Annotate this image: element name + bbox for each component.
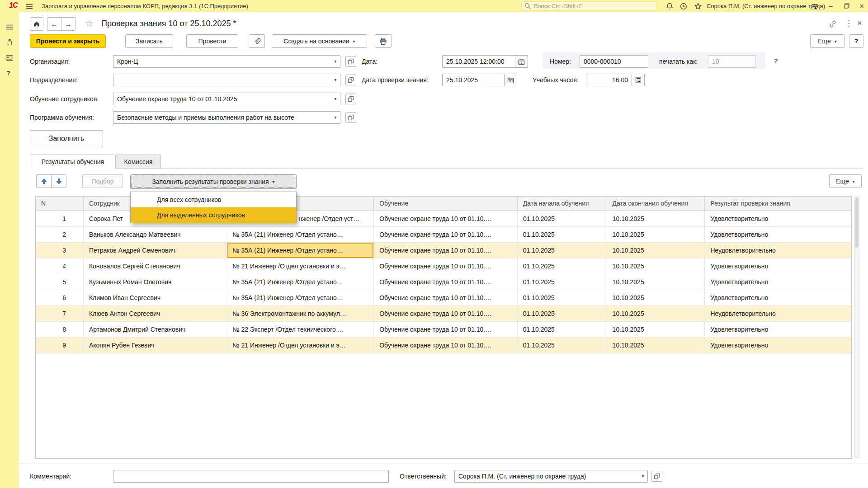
attachments-button[interactable] bbox=[249, 34, 265, 48]
cell-training[interactable]: Обучение охране труда 10 от 01.10.… bbox=[374, 227, 518, 242]
cell-start[interactable]: 01.10.2025 bbox=[518, 211, 607, 226]
close-window-button[interactable]: × bbox=[857, 2, 866, 11]
cell-position[interactable]: № 22 Эксперт /Отдел технического … bbox=[227, 322, 374, 337]
department-open-button[interactable] bbox=[345, 75, 356, 85]
column-header[interactable]: Дата окончания обучения bbox=[607, 197, 705, 211]
cell-employee[interactable]: Клюев Антон Сергеевич bbox=[84, 306, 227, 321]
fill-results-button[interactable]: Заполнить результаты проверки знания ▾ bbox=[130, 174, 297, 189]
check-date-field[interactable]: 25.10.2025 bbox=[442, 74, 517, 86]
column-header[interactable]: Результат проверки знания bbox=[705, 197, 851, 211]
favorites-star-icon[interactable] bbox=[694, 2, 702, 10]
table-row[interactable]: 7Клюев Антон Сергеевич№ 36 Электромонтаж… bbox=[36, 306, 851, 322]
cell-n[interactable]: 6 bbox=[36, 290, 84, 305]
current-user[interactable]: Сорока П.М. (Ст. инженер по охране труда… bbox=[707, 3, 825, 9]
cell-result[interactable]: Удовлетворительно bbox=[705, 227, 851, 242]
calendar-icon[interactable] bbox=[504, 74, 517, 86]
cell-training[interactable]: Обучение охране труда 10 от 01.10.… bbox=[374, 306, 518, 321]
responsible-open-button[interactable] bbox=[651, 471, 662, 482]
cell-result[interactable]: Неудовлетворительно bbox=[705, 243, 851, 258]
training-open-button[interactable] bbox=[345, 94, 356, 104]
table-row[interactable]: 5Кузьминых Роман Олегович№ 35А (21) Инже… bbox=[36, 274, 851, 290]
favorite-star-icon[interactable]: ☆ bbox=[85, 18, 94, 29]
cell-start[interactable]: 01.10.2025 bbox=[518, 227, 607, 242]
cell-start[interactable]: 01.10.2025 bbox=[518, 290, 607, 305]
home-button[interactable] bbox=[30, 17, 43, 31]
cell-position[interactable]: № 35А (21) Инженер /Отдел устано… bbox=[227, 274, 374, 290]
cell-position[interactable]: № 21 Инженер /Отдел установки и э… bbox=[227, 338, 374, 353]
get-link-icon[interactable] bbox=[829, 20, 837, 28]
notifications-bell-icon[interactable] bbox=[665, 2, 674, 10]
cell-employee[interactable]: Климов Иван Сергеевич bbox=[84, 290, 227, 305]
post-button[interactable]: Провести bbox=[186, 34, 238, 48]
forward-button[interactable]: → bbox=[61, 17, 75, 31]
print-button[interactable] bbox=[375, 34, 392, 48]
back-button[interactable]: ← bbox=[47, 17, 61, 31]
scrollbar-thumb[interactable] bbox=[855, 198, 859, 248]
post-and-close-button[interactable]: Провести и закрыть bbox=[30, 34, 106, 48]
save-button[interactable]: Записать bbox=[125, 34, 173, 48]
cell-start[interactable]: 01.10.2025 bbox=[518, 306, 607, 321]
cell-end[interactable]: 10.10.2025 bbox=[607, 274, 705, 290]
cell-training[interactable]: Обучение охране труда 10 от 01.10.… bbox=[374, 274, 518, 290]
cell-training[interactable]: Обучение охране труда 10 от 01.10.… bbox=[374, 290, 518, 305]
cell-result[interactable]: Удовлетворительно bbox=[705, 274, 851, 290]
table-row[interactable]: 9Акопян Рубен Гезевич№ 21 Инженер /Отдел… bbox=[36, 338, 851, 353]
cell-result[interactable]: Удовлетворительно bbox=[705, 338, 851, 353]
cell-end[interactable]: 10.10.2025 bbox=[607, 243, 705, 258]
cell-training[interactable]: Обучение охране труда 10 от 01.10.… bbox=[374, 211, 518, 226]
cell-n[interactable]: 5 bbox=[36, 274, 84, 290]
caret-down-icon[interactable]: ▾ bbox=[331, 56, 340, 67]
cell-end[interactable]: 10.10.2025 bbox=[607, 211, 705, 226]
column-header[interactable]: Дата начала обучения bbox=[518, 197, 607, 211]
organization-open-button[interactable] bbox=[345, 56, 356, 67]
date-field[interactable]: 25.10.2025 12:00:00 bbox=[442, 55, 528, 68]
program-field[interactable]: Безопасные методы и приемы выполнения ра… bbox=[113, 111, 340, 124]
cell-end[interactable]: 10.10.2025 bbox=[607, 338, 705, 353]
cell-n[interactable]: 9 bbox=[36, 338, 84, 353]
cell-end[interactable]: 10.10.2025 bbox=[607, 322, 705, 337]
cell-position[interactable]: № 35А (21) Инженер /Отдел устано… bbox=[227, 290, 374, 305]
cell-employee[interactable]: Петраков Андрей Семенович bbox=[84, 243, 227, 258]
cell-training[interactable]: Обучение охране труда 10 от 01.10.… bbox=[374, 322, 518, 337]
main-menu-icon[interactable] bbox=[25, 2, 33, 10]
column-header[interactable]: Обучение bbox=[374, 197, 518, 211]
caret-down-icon[interactable]: ▾ bbox=[331, 93, 340, 105]
cell-start[interactable]: 01.10.2025 bbox=[518, 338, 607, 353]
help-button[interactable]: ? bbox=[849, 34, 863, 48]
close-form-icon[interactable]: × bbox=[857, 19, 862, 28]
cell-position[interactable]: № 35А (21) Инженер /Отдел устано… bbox=[227, 227, 374, 242]
contact-card-icon[interactable] bbox=[5, 54, 14, 62]
cell-n[interactable]: 1 bbox=[36, 211, 84, 226]
cell-employee[interactable]: Кузьминых Роман Олегович bbox=[84, 274, 227, 290]
caret-down-icon[interactable]: ▾ bbox=[638, 470, 647, 482]
toolbar-more-button[interactable]: Еще ▾ bbox=[810, 34, 844, 48]
cell-n[interactable]: 7 bbox=[36, 306, 84, 321]
cell-result[interactable]: Удовлетворительно bbox=[705, 290, 851, 305]
number-field[interactable]: 0000-000010 bbox=[580, 55, 648, 68]
cell-result[interactable]: Удовлетворительно bbox=[705, 322, 851, 337]
minimize-button[interactable]: – bbox=[826, 2, 835, 9]
column-header[interactable]: N bbox=[36, 197, 84, 211]
cell-end[interactable]: 10.10.2025 bbox=[607, 306, 705, 321]
cell-position[interactable]: № 35А (21) Инженер /Отдел устано… bbox=[227, 243, 374, 258]
search-input[interactable]: Поиск Ctrl+Shift+F bbox=[521, 1, 657, 11]
cell-result[interactable]: Удовлетворительно bbox=[705, 211, 851, 226]
cell-end[interactable]: 10.10.2025 bbox=[607, 258, 705, 274]
service-menu-icon[interactable] bbox=[811, 2, 819, 10]
create-based-on-button[interactable]: Создать на основании ▾ bbox=[272, 34, 367, 48]
menu-item-selected-employees[interactable]: Для выделенных сотрудников bbox=[131, 207, 296, 223]
cell-training[interactable]: Обучение охране труда 10 от 01.10.… bbox=[374, 338, 518, 353]
training-field[interactable]: Обучение охране труда 10 от 01.10.2025 ▾ bbox=[113, 93, 340, 105]
hand-tools-icon[interactable] bbox=[5, 38, 14, 47]
caret-down-icon[interactable]: ▾ bbox=[331, 74, 340, 86]
program-open-button[interactable] bbox=[345, 112, 356, 123]
cell-training[interactable]: Обучение охране труда 10 от 01.10.… bbox=[374, 258, 518, 274]
cell-end[interactable]: 10.10.2025 bbox=[607, 227, 705, 242]
cell-training[interactable]: Обучение охране труда 10 от 01.10.… bbox=[374, 243, 518, 258]
tab-commission[interactable]: Комиссия bbox=[116, 155, 161, 169]
department-field[interactable]: ▾ bbox=[113, 74, 340, 86]
cell-start[interactable]: 01.10.2025 bbox=[518, 274, 607, 290]
cell-n[interactable]: 4 bbox=[36, 258, 84, 274]
move-up-button[interactable] bbox=[36, 174, 52, 188]
fill-button[interactable]: Заполнить bbox=[30, 130, 103, 147]
